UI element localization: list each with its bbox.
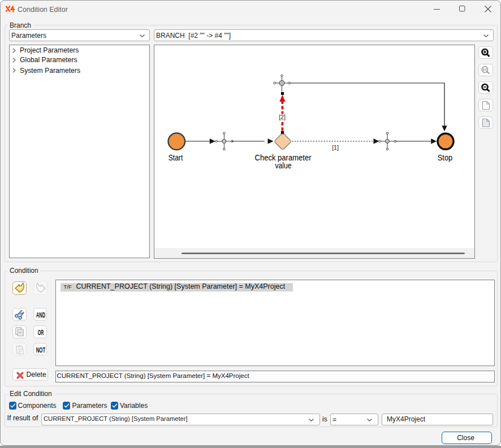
svg-text:value: value: [275, 161, 292, 170]
svg-text:Stop: Stop: [438, 153, 453, 162]
svg-text:AND: AND: [36, 311, 45, 319]
svg-text:OR: OR: [37, 328, 44, 337]
svg-text:[1]: [1]: [332, 144, 339, 151]
svg-text:Start: Start: [169, 153, 183, 162]
svg-text:NOT: NOT: [36, 346, 45, 354]
svg-text:[2]: [2]: [279, 114, 286, 120]
